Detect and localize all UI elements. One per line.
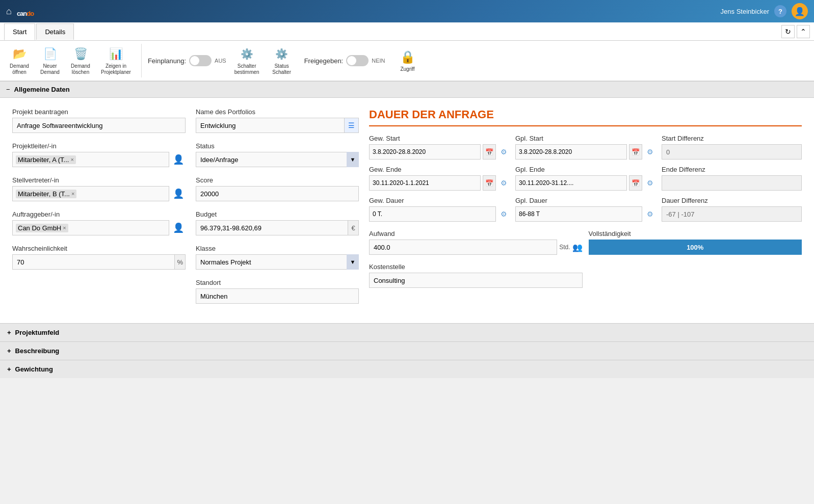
- feinplanung-toggle[interactable]: [189, 55, 212, 66]
- gew-start-cal-btn[interactable]: 📅: [483, 144, 496, 160]
- start-diff-group: Start Differenz: [662, 135, 802, 160]
- kostenstelle-row: Kostenstelle: [369, 263, 802, 288]
- show-project-icon: 📊: [108, 46, 124, 62]
- percent-suffix: %: [175, 254, 186, 270]
- kostenstelle-input[interactable]: [369, 273, 583, 288]
- stellvertreter-tag-remove[interactable]: ×: [71, 191, 74, 197]
- new-demand-icon: 📄: [42, 46, 58, 62]
- score-input[interactable]: [196, 186, 359, 201]
- vollstaendigkeit-label: Vollständigkeit: [589, 230, 802, 237]
- gpl-start-input[interactable]: [515, 144, 627, 160]
- wahrscheinlichkeit-input[interactable]: [12, 254, 175, 270]
- auftraggeber-tag: Can Do GmbH ×: [16, 224, 68, 232]
- demand-delete-button[interactable]: 🗑️ Demandlöschen: [66, 44, 95, 77]
- gew-dauer-label: Gew. Dauer: [369, 197, 509, 204]
- gpl-start-label: Gpl. Start: [515, 135, 655, 142]
- gpl-ende-gear-btn[interactable]: ⚙: [644, 177, 655, 189]
- schalter-button[interactable]: ⚙️ Schalterbestimmen: [230, 44, 264, 77]
- freigegeben-toggle[interactable]: [346, 55, 369, 66]
- gpl-start-cal-btn[interactable]: 📅: [629, 144, 642, 160]
- projekt-input[interactable]: [12, 118, 186, 133]
- portfolio-input[interactable]: [196, 118, 345, 133]
- euro-suffix: €: [348, 220, 359, 235]
- tab-bar: Start Details ↻ ⌃: [0, 22, 814, 41]
- projektleiter-input[interactable]: Mitarbeiter, A (T... ×: [12, 152, 169, 167]
- projektumfeld-label: Projektumfeld: [15, 329, 60, 336]
- gpl-dauer-gear-btn[interactable]: ⚙: [644, 208, 655, 220]
- dauer-diff-input: [662, 206, 802, 222]
- form-col-right: DAUER DER ANFRAGE Gew. Start 📅 ⚙ Gpl. St…: [369, 108, 802, 313]
- toolbar: 📂 Demandöffnen 📄 NeuerDemand 🗑️ Demandlö…: [0, 41, 814, 81]
- klasse-select[interactable]: Normales Projekt: [196, 254, 359, 270]
- gew-ende-gear-btn[interactable]: ⚙: [498, 177, 509, 189]
- form-grid: Projekt beantragen Projektleiter/-in Mit…: [12, 108, 802, 313]
- gew-dauer-gear-btn[interactable]: ⚙: [498, 208, 509, 220]
- aufwand-label: Aufwand: [369, 230, 583, 237]
- start-diff-input: [662, 144, 802, 160]
- home-icon[interactable]: ⌂: [6, 6, 12, 17]
- logo: cando: [17, 4, 34, 19]
- projektleiter-tag: Mitarbeiter, A (T... ×: [16, 155, 76, 164]
- gewichtung-header[interactable]: + Gewichtung: [0, 360, 814, 378]
- gpl-ende-input[interactable]: [515, 175, 627, 191]
- demand-open-button[interactable]: 📂 Demandöffnen: [5, 44, 34, 77]
- gew-ende-cal-btn[interactable]: 📅: [483, 175, 496, 191]
- projektleiter-person-icon[interactable]: 👤: [171, 152, 186, 167]
- gpl-dauer-input[interactable]: [515, 206, 642, 222]
- projektumfeld-header[interactable]: + Projektumfeld: [0, 324, 814, 341]
- demand-delete-icon: 🗑️: [72, 46, 89, 62]
- freigegeben-label: Freigegeben:: [304, 57, 344, 65]
- zugriff-icon: 🔒: [400, 49, 416, 65]
- budget-input[interactable]: [196, 220, 348, 235]
- aufwand-input[interactable]: [369, 240, 557, 255]
- aufwand-group: Aufwand Std. 👥: [369, 230, 583, 255]
- avatar: 👤: [792, 3, 808, 19]
- gew-start-gear-btn[interactable]: ⚙: [498, 146, 509, 157]
- standort-input[interactable]: [196, 288, 359, 304]
- ende-diff-group: Ende Differenz: [662, 166, 802, 191]
- section-general-label: Allgemeine Daten: [14, 86, 70, 93]
- gpl-start-group: Gpl. Start 📅 ⚙: [515, 135, 655, 160]
- help-button[interactable]: ?: [774, 5, 786, 17]
- gew-dauer-input[interactable]: [369, 206, 496, 222]
- new-demand-button[interactable]: 📄 NeuerDemand: [36, 44, 64, 77]
- section-general-header[interactable]: − Allgemeine Daten: [0, 81, 814, 98]
- gpl-ende-cal-btn[interactable]: 📅: [629, 175, 642, 191]
- projektumfeld-section: + Projektumfeld: [0, 323, 814, 341]
- show-project-button[interactable]: 📊 Zeigen inProjektplaner: [97, 44, 135, 77]
- gew-ende-group: Gew. Ende 📅 ⚙: [369, 166, 509, 191]
- gpl-start-gear-btn[interactable]: ⚙: [644, 146, 655, 157]
- zugriff-button[interactable]: 🔒 Zugriff: [393, 47, 422, 74]
- kostenstelle-label: Kostenstelle: [369, 263, 583, 271]
- tab-start[interactable]: Start: [4, 23, 35, 40]
- auftraggeber-input[interactable]: Can Do GmbH ×: [12, 220, 169, 235]
- section-general-collapse-icon: −: [6, 86, 10, 93]
- progress-text: 100%: [687, 244, 703, 251]
- projektleiter-group: Projektleiter/-in Mitarbeiter, A (T... ×…: [12, 142, 186, 167]
- auftraggeber-group: Auftraggeber/-in Can Do GmbH × 👤: [12, 210, 186, 235]
- refresh-button[interactable]: ↻: [781, 25, 795, 38]
- beschreibung-header[interactable]: + Beschreibung: [0, 342, 814, 360]
- stellvertreter-person-icon[interactable]: 👤: [171, 186, 186, 201]
- schalter-label: Schalterbestimmen: [234, 63, 259, 75]
- toolbar-freigegeben-group: Freigegeben: NEIN: [304, 55, 385, 66]
- feinplanung-value: AUS: [215, 58, 226, 64]
- gewichtung-section: + Gewichtung: [0, 360, 814, 378]
- status-select[interactable]: Idee/Anfrage: [196, 152, 359, 167]
- projektleiter-tag-remove[interactable]: ×: [70, 156, 73, 163]
- stellvertreter-input[interactable]: Mitarbeiter, B (T... ×: [12, 186, 169, 201]
- tab-details[interactable]: Details: [36, 23, 74, 40]
- stellvertreter-group: Stellvertreter/-in Mitarbeiter, B (T... …: [12, 176, 186, 201]
- expand-button[interactable]: ⌃: [797, 25, 810, 38]
- status-schalter-button[interactable]: ⚙️ StatusSchalter: [268, 44, 296, 77]
- portfolio-icon[interactable]: ☰: [345, 118, 359, 133]
- people-icon: 👥: [572, 243, 583, 252]
- gpl-dauer-label: Gpl. Dauer: [515, 197, 655, 204]
- auftraggeber-tag-remove[interactable]: ×: [63, 225, 66, 231]
- gew-ende-input[interactable]: [369, 175, 481, 191]
- auftraggeber-person-icon[interactable]: 👤: [171, 220, 186, 235]
- wahrscheinlichkeit-group: Wahrscheinlichkeit %: [12, 245, 186, 270]
- standort-group: Standort: [196, 279, 359, 304]
- gew-start-input[interactable]: [369, 144, 481, 160]
- vollstaendigkeit-group: Vollständigkeit 100%: [589, 230, 802, 255]
